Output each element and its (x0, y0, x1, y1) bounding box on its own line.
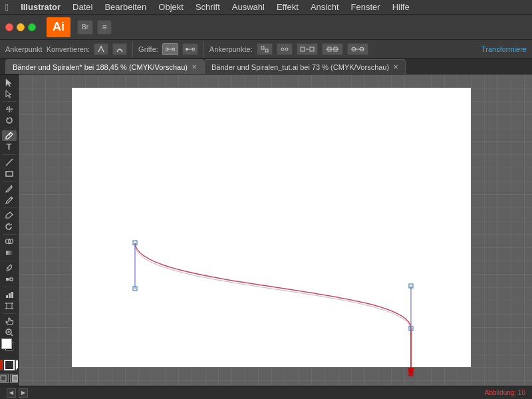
menu-bar:  Illustrator Datei Bearbeiten Objekt Sc… (0, 0, 532, 15)
menu-datei[interactable]: Datei (67, 1, 98, 13)
svg-rect-10 (301, 47, 305, 51)
griffe-btn-1[interactable] (162, 43, 178, 55)
menu-bearbeiten[interactable]: Bearbeiten (99, 1, 152, 13)
convert-btn-2[interactable] (112, 43, 127, 55)
tab-2-close[interactable]: ✕ (393, 63, 398, 70)
menu-illustrator[interactable]: Illustrator (15, 1, 66, 13)
svg-line-24 (10, 110, 11, 111)
tool-eraser[interactable] (2, 209, 17, 220)
ankerpunkte-btn-5[interactable] (347, 43, 368, 55)
svg-rect-39 (7, 303, 12, 309)
menu-objekt[interactable]: Objekt (153, 1, 189, 13)
tool-magic-wand[interactable] (2, 104, 17, 114)
menu-ansicht[interactable]: Ansicht (305, 1, 344, 13)
tool-type[interactable]: T (2, 142, 17, 152)
secondary-toolbar: Ankerpunkt Konvertieren: Griffe: Ankerpu… (0, 40, 532, 59)
svg-rect-12 (310, 47, 314, 51)
close-button[interactable] (5, 23, 13, 31)
red-fill-swatch[interactable] (0, 360, 3, 370)
apple-menu[interactable]:  (5, 2, 9, 13)
tab-2[interactable]: Bänder und Spiralen_tut.ai bei 73 % (CMY… (204, 59, 406, 74)
ankerpunkte-btn-2[interactable] (277, 43, 293, 55)
tool-artboard[interactable] (2, 301, 17, 311)
tool-blend[interactable] (2, 274, 17, 285)
tool-sep-9 (3, 313, 16, 314)
tab-1-close[interactable]: ✕ (192, 63, 197, 70)
tool-hand[interactable] (2, 316, 17, 327)
tool-paintbrush[interactable] (2, 184, 17, 194)
nav-right-btn[interactable]: ▶ (19, 388, 28, 398)
menu-fenster[interactable]: Fenster (346, 1, 386, 13)
tool-shape-builder[interactable] (2, 236, 17, 247)
tool-lasso[interactable] (2, 115, 17, 126)
normal-screen-btn[interactable] (0, 374, 9, 383)
svg-point-8 (281, 48, 284, 51)
fill-stroke-swatch[interactable] (1, 338, 17, 354)
nav-left-btn[interactable]: ◀ (7, 388, 16, 398)
svg-rect-48 (1, 376, 6, 381)
menu-hilfe[interactable]: Hilfe (387, 1, 415, 13)
transform-link[interactable]: Transformiere (481, 45, 527, 53)
color-swatches (0, 338, 19, 386)
tool-sep-7 (3, 261, 16, 261)
menu-auswahl[interactable]: Auswahl (227, 1, 270, 13)
type-icon: T (7, 142, 12, 152)
tool-sep-4 (3, 181, 16, 182)
tool-sep-5 (3, 207, 16, 208)
arrange-button[interactable]: ≡ (97, 20, 112, 35)
tool-line[interactable] (2, 157, 17, 168)
menu-schrift[interactable]: Schrift (190, 1, 225, 13)
svg-point-4 (186, 48, 188, 51)
svg-point-9 (285, 48, 288, 51)
menu-effekt[interactable]: Effekt (271, 1, 304, 13)
tool-sep-8 (3, 287, 16, 287)
minimize-button[interactable] (17, 23, 25, 31)
tab-bar: Bänder und Spiralen* bei 188,45 % (CMYK/… (0, 59, 532, 74)
full-screen-btn[interactable] (10, 374, 19, 383)
svg-line-23 (7, 106, 8, 108)
bridge-button[interactable]: Br (77, 20, 93, 35)
primary-toolbar: Ai Br ≡ (0, 15, 532, 40)
figure-label: Abbildung: 10 (485, 389, 525, 396)
tool-rotate[interactable] (2, 221, 17, 232)
svg-line-45 (11, 334, 13, 336)
convert-btn-1[interactable] (94, 43, 108, 55)
left-toolbar: T (0, 74, 19, 386)
screen-mode-buttons (0, 374, 19, 383)
svg-rect-7 (265, 49, 268, 52)
tool-direct-selection[interactable] (2, 88, 17, 99)
status-bar: ◀ ▶ Abbildung: 10 (0, 386, 532, 399)
tool-pencil[interactable] (2, 195, 17, 205)
sep2 (203, 41, 204, 57)
bezier-curve[interactable] (135, 243, 411, 329)
tab-2-label: Bänder und Spiralen_tut.ai bei 73 % (CMY… (211, 63, 389, 71)
maximize-button[interactable] (28, 23, 36, 31)
ankerpunkte-btn-3[interactable] (297, 43, 318, 55)
canvas-area[interactable] (19, 74, 532, 386)
tab-1-label: Bänder und Spiralen* bei 188,45 % (CMYK/… (13, 63, 188, 71)
tool-eyedropper[interactable] (2, 263, 17, 273)
griffe-btn-2[interactable] (182, 43, 198, 55)
tab-1[interactable]: Bänder und Spiralen* bei 188,45 % (CMYK/… (5, 59, 204, 74)
tool-sep-2 (3, 128, 16, 128)
svg-rect-33 (6, 278, 9, 281)
tool-sep-3 (3, 154, 16, 155)
tool-rectangle[interactable] (2, 168, 17, 179)
tool-gradient[interactable] (2, 247, 17, 258)
drawing-canvas[interactable] (19, 74, 532, 386)
svg-point-25 (8, 108, 10, 110)
tool-pen[interactable] (2, 130, 17, 141)
bezier-curve-shadow (135, 245, 411, 331)
svg-rect-32 (6, 251, 13, 255)
svg-rect-37 (9, 293, 11, 298)
tool-zoom[interactable] (2, 327, 17, 338)
ankerpunkte-btn-4[interactable] (322, 43, 343, 55)
stroke-mode-swatch[interactable] (4, 360, 15, 370)
fill-color-swatch[interactable] (1, 338, 12, 349)
tool-selection[interactable] (2, 77, 17, 88)
ankerpunkte-btn-1[interactable] (257, 43, 273, 55)
sep1 (132, 41, 133, 57)
svg-rect-34 (10, 278, 13, 281)
konvertieren-label: Konvertieren: (47, 45, 90, 53)
tool-graph[interactable] (2, 289, 17, 300)
